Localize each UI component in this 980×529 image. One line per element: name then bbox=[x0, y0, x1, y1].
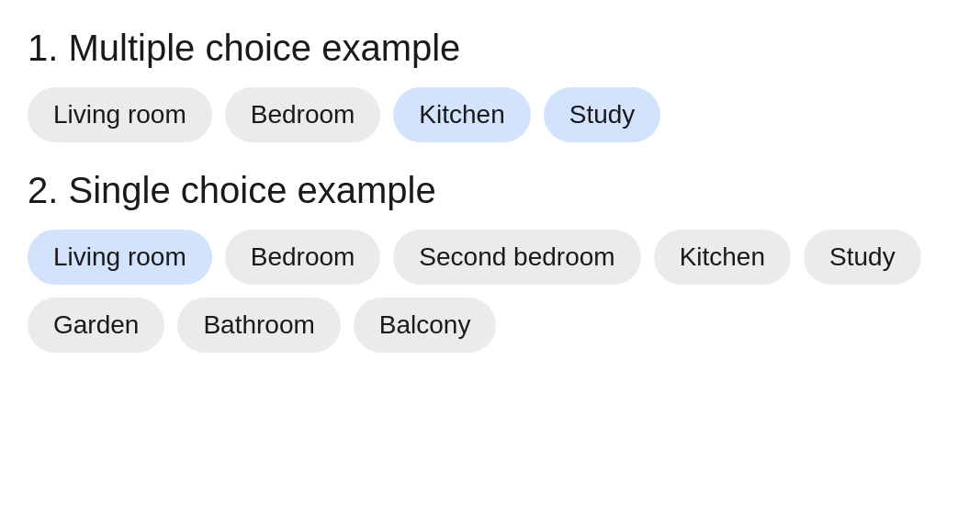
section2-chip-7[interactable]: Balcony bbox=[354, 298, 497, 353]
section2-chips: Living roomBedroomSecond bedroomKitchenS… bbox=[28, 230, 952, 353]
page-container: 1. Multiple choice example Living roomBe… bbox=[28, 28, 952, 353]
section2-chip-5[interactable]: Garden bbox=[28, 298, 164, 353]
section1-title: 1. Multiple choice example bbox=[28, 28, 952, 69]
section2-chip-3[interactable]: Kitchen bbox=[654, 230, 791, 285]
section1-chip-1[interactable]: Bedroom bbox=[225, 87, 381, 142]
section2-chip-0[interactable]: Living room bbox=[28, 230, 212, 285]
section2-title: 2. Single choice example bbox=[28, 170, 952, 211]
section1-chips: Living roomBedroomKitchenStudy bbox=[28, 87, 952, 142]
section2-chip-4[interactable]: Study bbox=[804, 230, 921, 285]
section2-chip-2[interactable]: Second bedroom bbox=[393, 230, 640, 285]
section1-chip-2[interactable]: Kitchen bbox=[393, 87, 530, 142]
section2-chip-1[interactable]: Bedroom bbox=[225, 230, 381, 285]
section1-chip-3[interactable]: Study bbox=[544, 87, 661, 142]
section2-chip-6[interactable]: Bathroom bbox=[177, 298, 340, 353]
section1-chip-0[interactable]: Living room bbox=[28, 87, 212, 142]
